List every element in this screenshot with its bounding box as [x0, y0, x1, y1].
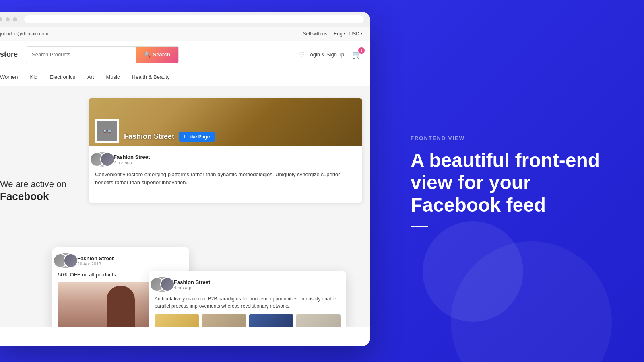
fb-main-widget: 👓 Fashion Street f Like Page — [89, 98, 362, 203]
currency-chevron-icon: ▾ — [361, 32, 362, 35]
cart-button[interactable]: 🛒 1 — [352, 50, 362, 60]
facebook-f-icon: f — [184, 134, 186, 140]
login-label: Login & Sign up — [307, 51, 344, 58]
float-1-time: 20 Apr 2019 — [77, 261, 114, 266]
avatar-overlap-2 — [100, 152, 115, 167]
avatar-glasses-icon: 👓 — [97, 121, 117, 141]
facebook-label: Facebook — [0, 190, 80, 203]
float-1-avatar-pair — [53, 253, 78, 268]
float-2-text: Authoritatively maximize B2B paradigms f… — [155, 295, 341, 310]
float-2-avatar — [155, 277, 170, 292]
glasses-grid — [155, 314, 341, 327]
lang-chevron-icon: ▾ — [344, 32, 345, 35]
float-2-name: Fashion Street — [174, 279, 210, 285]
glasses-thumb-1 — [155, 314, 199, 327]
right-panel: FRONTEND VIEW A beautiful front-end view… — [378, 0, 644, 362]
browser-dot-red — [0, 17, 2, 21]
float-1-info: Fashion Street 20 Apr 2019 — [77, 255, 114, 266]
store-nav: Women Kid Electronics Art Music Health &… — [0, 68, 370, 86]
frontend-label: FRONTEND VIEW — [411, 135, 612, 141]
lang-label: Eng — [334, 31, 342, 37]
nav-item-health-beauty[interactable]: Health & Beauty — [132, 74, 170, 80]
fb-float-card-2: Fashion Street 4 hrs ago Authoritatively… — [149, 271, 346, 327]
woman-silhouette — [107, 286, 135, 327]
avatar-pair — [90, 152, 115, 167]
active-on-text: We are active on — [0, 179, 80, 190]
search-btn-label: Search — [153, 51, 170, 58]
topbar-left: johndoe@domain.com — [0, 31, 48, 37]
lang-dropdown[interactable]: Eng ▾ — [334, 31, 345, 37]
browser-chrome — [0, 12, 370, 27]
nav-item-kid[interactable]: Kid — [30, 74, 38, 80]
store-topbar: johndoe@domain.com Sell with us Eng ▾ US… — [0, 27, 370, 41]
nav-item-art[interactable]: Art — [87, 74, 94, 80]
browser-dot-yellow — [6, 17, 10, 21]
store-header: store 🔍 Search ♡ Login & Sign up 🛒 1 — [0, 41, 370, 68]
float-2-info: Fashion Street 4 hrs ago — [174, 279, 210, 290]
facebook-section: We are active on Facebook 👓 Fashion Stre… — [0, 86, 370, 211]
login-signup-btn[interactable]: ♡ Login & Sign up — [299, 51, 344, 58]
nav-item-music[interactable]: Music — [106, 74, 120, 80]
like-page-button[interactable]: f Like Page — [179, 132, 215, 142]
glasses-thumb-2 — [202, 314, 246, 327]
browser-address-bar — [24, 15, 364, 23]
topbar-lang-usd: Eng ▾ USD ▾ — [334, 31, 362, 37]
glasses-thumb-4 — [296, 314, 341, 327]
float-1-avatar-2 — [64, 253, 78, 268]
fb-cover-info: Fashion Street f Like Page — [124, 132, 215, 142]
fb-page-name: Fashion Street — [124, 132, 174, 141]
fb-post-1-name: Fashion Street — [114, 154, 356, 160]
float-2-avatar-2 — [160, 277, 175, 292]
fb-post-1: Fashion Street 2 hrs ago Conveniently re… — [89, 146, 362, 192]
heart-icon: ♡ — [299, 51, 305, 58]
currency-label: USD — [349, 31, 359, 37]
nav-item-electronics[interactable]: Electronics — [50, 74, 75, 80]
search-button[interactable]: 🔍 Search — [136, 47, 178, 63]
browser-mockup: johndoe@domain.com Sell with us Eng ▾ US… — [0, 12, 370, 346]
float-2-header: Fashion Street 4 hrs ago — [155, 277, 341, 292]
search-icon: 🔍 — [144, 51, 151, 58]
search-input[interactable] — [26, 47, 136, 63]
browser-dot-green — [13, 17, 17, 21]
frontend-divider — [411, 226, 428, 227]
fb-post-1-text: Conveniently restore emerging platforms … — [95, 171, 356, 186]
frontend-heading: A beautiful front-end view for your Face… — [411, 149, 612, 216]
email-display: johndoe@domain.com — [0, 31, 48, 37]
nav-item-women[interactable]: Women — [0, 74, 18, 80]
topbar-right: Sell with us Eng ▾ USD ▾ — [303, 31, 362, 37]
float-2-avatar-pair — [150, 277, 175, 292]
fb-post-1-header: Fashion Street 2 hrs ago — [95, 152, 356, 167]
float-1-avatar — [58, 253, 73, 268]
glasses-thumb-3 — [249, 314, 293, 327]
store-logo: store — [0, 50, 18, 59]
fb-post-1-info: Fashion Street 2 hrs ago — [114, 154, 356, 165]
fb-left-text: We are active on Facebook — [0, 98, 80, 203]
sell-link[interactable]: Sell with us — [303, 31, 328, 37]
cart-badge: 1 — [358, 47, 365, 54]
currency-dropdown[interactable]: USD ▾ — [349, 31, 362, 37]
like-btn-label: Like Page — [187, 134, 210, 140]
fb-post-1-avatar — [95, 152, 109, 167]
store-main: We are active on Facebook 👓 Fashion Stre… — [0, 86, 370, 327]
header-actions: ♡ Login & Sign up 🛒 1 — [299, 50, 362, 60]
fb-page-avatar: 👓 — [95, 119, 119, 143]
float-1-name: Fashion Street — [77, 255, 114, 261]
fb-page-cover: 👓 Fashion Street f Like Page — [89, 98, 362, 146]
float-1-header: Fashion Street 20 Apr 2019 — [58, 253, 184, 268]
search-bar: 🔍 Search — [26, 46, 179, 63]
fb-post-1-time: 2 hrs ago — [114, 160, 356, 165]
float-2-time: 4 hrs ago — [174, 285, 210, 290]
